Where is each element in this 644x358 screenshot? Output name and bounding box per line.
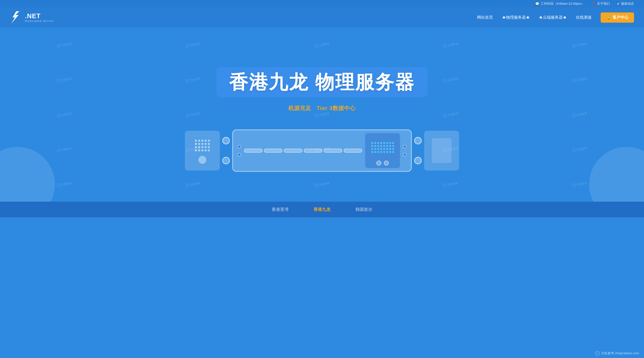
dot	[195, 143, 197, 145]
customer-center-label: 客户中心	[612, 15, 628, 20]
hero-subtitle-prefix: 机源充足	[288, 105, 311, 111]
top-bar: 💬 工作时段（9:00am-21:00pm） ❓ 关于我们 ✔ 最新动态	[0, 0, 644, 7]
watermark-2: ©主机参考	[127, 27, 260, 73]
left-connector-bottom	[222, 157, 230, 164]
server-dot	[371, 151, 373, 153]
check-icon: ✔	[617, 2, 620, 6]
dot	[204, 149, 206, 151]
right-connector-bottom	[414, 157, 422, 164]
deco-circle-right	[589, 147, 644, 202]
watermark-icon: ©	[595, 351, 600, 356]
server-dot	[386, 145, 388, 147]
watermark-4: ©主机参考	[384, 27, 517, 73]
screw-tr	[403, 145, 406, 148]
nav-speed[interactable]: 在线测速	[576, 15, 592, 20]
nav-cloud[interactable]: ★云端服务器★	[539, 15, 567, 20]
left-connector-top	[222, 137, 230, 144]
dot	[198, 149, 200, 151]
server-right-panel	[365, 133, 400, 168]
server-dot	[380, 142, 382, 144]
left-connector	[222, 137, 230, 164]
server-dot	[386, 142, 388, 144]
lock-icon: 🔒	[606, 15, 611, 20]
server-dot	[392, 142, 394, 144]
hero-content: 香港九龙 物理服务器 机源充足 Tier 3数据中心	[185, 67, 459, 172]
server-dot	[392, 145, 394, 147]
server-dot	[389, 148, 391, 150]
server-dot	[386, 151, 388, 153]
left-circle	[198, 156, 206, 164]
drive-bay-1	[244, 149, 262, 153]
screw-br	[403, 153, 406, 156]
dot	[204, 140, 206, 142]
hero-title-box: 香港九龙 物理服务器	[216, 67, 427, 97]
drive-bays	[244, 149, 362, 153]
dot	[198, 146, 200, 148]
main-nav: 网站首页 ★物理服务器★ ★云端服务器★ 在线测速 🔒 客户中心	[477, 12, 634, 23]
server-dot	[383, 145, 385, 147]
dot	[201, 146, 203, 148]
server-power-light-2	[384, 161, 389, 166]
tab-item-1[interactable]: 香港荃湾	[269, 206, 291, 213]
main-server-unit	[232, 130, 412, 172]
dot	[195, 146, 197, 148]
server-dot	[386, 148, 388, 150]
about-text: 关于我们	[597, 1, 610, 6]
left-dots	[192, 137, 212, 154]
hero-subtitle-highlight: Tier 3数据中心	[317, 105, 356, 111]
server-dot	[389, 142, 391, 144]
nav-physical[interactable]: ★物理服务器★	[502, 15, 530, 20]
chat-icon: 💬	[535, 2, 539, 6]
logo-text: .NET Dedicated Server	[25, 12, 54, 23]
question-icon: ❓	[592, 2, 596, 6]
tab-item-2[interactable]: 香港九龙	[311, 206, 333, 213]
svg-marker-0	[11, 11, 20, 24]
header: .NET Dedicated Server 网站首页 ★物理服务器★ ★云端服务…	[0, 7, 644, 27]
watermark-1: ©主机参考	[0, 27, 131, 73]
screw-bl	[238, 153, 241, 156]
server-dot	[380, 145, 382, 147]
dot	[204, 146, 206, 148]
server-dot	[377, 145, 379, 147]
nav-home[interactable]: 网站首页	[477, 15, 493, 20]
bottom-tabs: 香港荃湾 香港九龙 韩国首尔	[0, 202, 644, 217]
right-panel-block	[432, 138, 452, 163]
dot	[208, 146, 210, 148]
server-dot	[392, 148, 394, 150]
server-power-light-1	[376, 161, 381, 166]
logo-icon	[10, 10, 25, 25]
dot	[201, 149, 203, 151]
hero-section: ©主机参考 ©主机参考 ©主机参考 ©主机参考 ©主机参考 ©主机参考 ©主机参…	[0, 27, 644, 202]
server-dot	[374, 145, 376, 147]
bottom-watermark: © 主机参考 zhujicankao.com	[595, 351, 639, 356]
tab-item-3[interactable]: 韩国首尔	[353, 206, 375, 213]
server-dot	[380, 151, 382, 153]
deco-circle-left	[0, 147, 55, 202]
hero-title: 香港九龙 物理服务器	[229, 72, 415, 93]
tab-label-3: 韩国首尔	[356, 207, 372, 212]
dot	[208, 140, 210, 142]
watermark-3: ©主机参考	[256, 27, 388, 73]
dot	[201, 143, 203, 145]
server-dot	[377, 151, 379, 153]
server-dot	[371, 148, 373, 150]
right-connector-top	[414, 137, 422, 144]
logo-net: .NET	[25, 12, 54, 20]
dot	[198, 143, 200, 145]
news-item[interactable]: ✔ 最新动态	[617, 1, 634, 6]
server-screws-left	[238, 145, 241, 156]
customer-center-button[interactable]: 🔒 客户中心	[601, 12, 634, 23]
server-dot	[371, 142, 373, 144]
logo-sub: Dedicated Server	[25, 19, 54, 22]
server-dot	[371, 145, 373, 147]
drive-bay-5	[324, 149, 342, 153]
watermark-10: ©主机参考	[513, 51, 644, 108]
left-side-panel	[185, 131, 220, 171]
logo[interactable]: .NET Dedicated Server	[10, 10, 54, 25]
dot	[198, 140, 200, 142]
server-dot	[377, 148, 379, 150]
about-item[interactable]: ❓ 关于我们	[592, 1, 610, 6]
dot	[201, 140, 203, 142]
hero-subtitle: 机源充足 Tier 3数据中心	[288, 105, 356, 112]
watermark-5: ©主机参考	[513, 27, 644, 73]
